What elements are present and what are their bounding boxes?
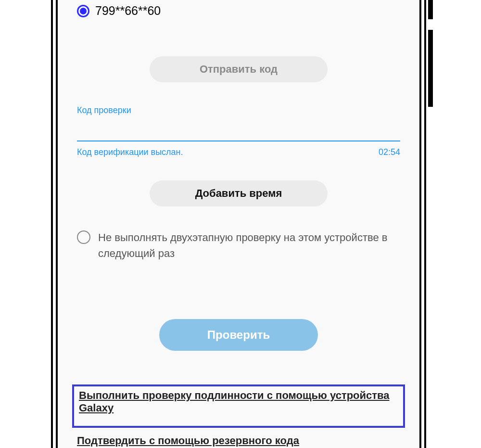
verification-status-message: Код верификации выслан.: [77, 147, 183, 157]
skip-2fa-checkbox-row[interactable]: Не выполнять двухэтапную проверку на это…: [77, 230, 400, 261]
verify-button[interactable]: Проверить: [159, 319, 318, 351]
verification-screen: 799**66**60 Отправить код Код проверки К…: [63, 0, 415, 448]
add-time-button[interactable]: Добавить время: [150, 180, 328, 206]
checkbox-unchecked-icon: [77, 230, 90, 244]
verification-timer: 02:54: [379, 147, 400, 157]
phone-number-option[interactable]: 799**66**60: [77, 4, 400, 18]
verify-with-backup-code-link[interactable]: Подтвердить с помощью резервного кода: [77, 435, 299, 447]
verification-code-input[interactable]: [77, 118, 400, 141]
send-code-button[interactable]: Отправить код: [150, 56, 328, 82]
skip-2fa-label: Не выполнять двухэтапную проверку на это…: [98, 230, 400, 261]
verify-with-galaxy-link[interactable]: Выполнить проверку подлинности с помощью…: [79, 389, 398, 414]
radio-selected-icon: [77, 5, 89, 17]
masked-phone-number: 799**66**60: [95, 4, 161, 18]
galaxy-link-highlight: Выполнить проверку подлинности с помощью…: [72, 384, 405, 428]
code-input-label: Код проверки: [77, 105, 400, 115]
